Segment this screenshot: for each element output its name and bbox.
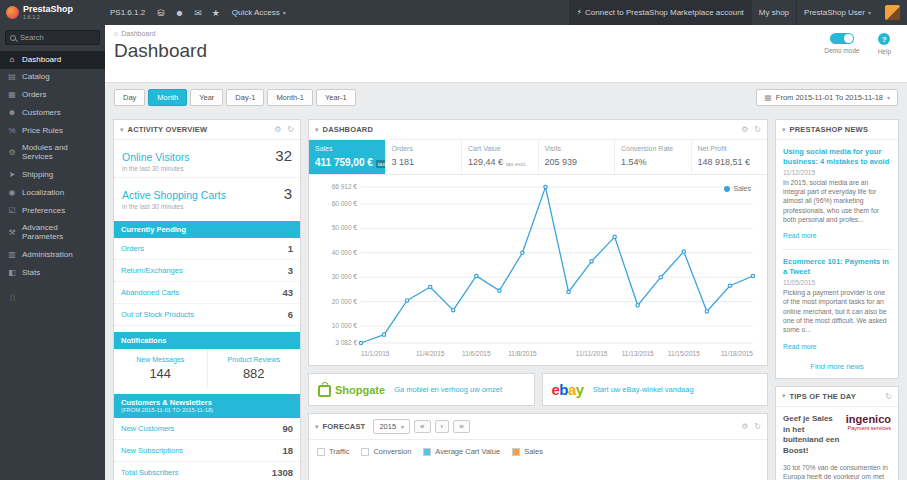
sidebar-item-label: Catalog — [22, 73, 50, 82]
forecast-legend-traffic[interactable]: Traffic — [317, 447, 349, 456]
sidebar-item-dashboard[interactable]: ⌂Dashboard — [0, 51, 105, 69]
sidebar-item-administration[interactable]: ▥Administration — [0, 247, 105, 265]
filter-day-button[interactable]: Day — [114, 89, 145, 106]
sidebar-item-advanced-parameters[interactable]: ⚒Advanced Parameters — [0, 220, 105, 247]
stats-icon: ◧ — [7, 269, 17, 278]
marketplace-link[interactable]: ⚡ Connect to PrestaShop Marketplace acco… — [569, 0, 750, 25]
sidebar-item-label: Modules and Services — [22, 144, 98, 162]
find-more-news-link[interactable]: Find more news — [783, 362, 891, 371]
filter-year-1-button[interactable]: Year-1 — [316, 89, 356, 106]
article-title[interactable]: Using social media for your business: 4 … — [783, 147, 891, 167]
sidebar-item-price-rules[interactable]: %Price Rules — [0, 122, 105, 140]
filter-month-button[interactable]: Month — [148, 89, 187, 106]
date-range-picker[interactable]: ▦ From 2015-11-01 To 2015-11-18 ▾ — [756, 89, 898, 106]
percent-icon: % — [7, 127, 17, 136]
customers-row-total-subscribers[interactable]: Total Subscribers1308 — [114, 462, 300, 480]
kpi-conversion-rate[interactable]: Conversion Rate 1.54% — [615, 140, 692, 174]
orders-icon: ▦ — [7, 91, 17, 100]
forecast-next-button[interactable]: » — [453, 420, 469, 433]
new-messages-stat[interactable]: New Messages 144 — [114, 349, 207, 388]
prestashop-logo[interactable]: PrestaShop 1.6.1.2 — [0, 0, 103, 25]
forecast-legend-average-cart-value[interactable]: Average Cart Value — [423, 447, 500, 456]
sidebar-item-localization[interactable]: ◉Localization — [0, 184, 105, 202]
caret-down-icon: ▾ — [782, 126, 786, 134]
avatar[interactable] — [885, 5, 900, 20]
pending-row-returns[interactable]: Return/Exchanges3 — [114, 260, 300, 282]
filter-month-1-button[interactable]: Month-1 — [267, 89, 313, 106]
metric-value: 3 — [284, 185, 292, 202]
forecast-prev-button[interactable]: ‹ — [435, 420, 450, 433]
my-shop-link[interactable]: My shop — [752, 0, 796, 25]
refresh-icon[interactable]: ↻ — [287, 125, 294, 134]
checkbox[interactable] — [361, 448, 369, 456]
legend-label: Traffic — [329, 447, 349, 456]
forecast-year-select[interactable]: 2015 ▾ — [373, 419, 410, 434]
sidebar-search[interactable] — [5, 30, 100, 45]
collapse-menu-icon[interactable]: || — [0, 282, 105, 311]
ebay-link[interactable]: Start uw eBay-winkel vandaag — [593, 385, 694, 394]
filter-day-1-button[interactable]: Day-1 — [226, 89, 264, 106]
kpi-visits[interactable]: Visits 205 939 — [539, 140, 616, 174]
kpi-sales[interactable]: Sales 411 759,00 €tax excl. — [309, 140, 386, 174]
shopgate-module-panel[interactable]: Shopgate Ga mobiel en verhoog uw omzet — [308, 373, 535, 406]
breadcrumb[interactable]: ⌂ Dashboard — [114, 30, 155, 37]
read-more-link[interactable]: Read more — [783, 232, 817, 239]
forecast-legend: Traffic Conversion Average Cart Value Sa… — [309, 440, 767, 463]
sidebar-item-shipping[interactable]: ➤Shipping — [0, 167, 105, 185]
sidebar-item-orders[interactable]: ▦Orders — [0, 87, 105, 105]
shopgate-link[interactable]: Ga mobiel en verhoog uw omzet — [394, 385, 502, 394]
read-more-link[interactable]: Read more — [783, 343, 817, 350]
kpi-row: Sales 411 759,00 €tax excl. Orders 3 181… — [309, 140, 767, 175]
online-visitors-metric[interactable]: Online Visitors 32 in the last 30 minute… — [114, 140, 300, 177]
cart-icon[interactable]: ⛁ — [152, 8, 170, 18]
search-input[interactable] — [20, 33, 92, 42]
checkbox[interactable] — [317, 448, 325, 456]
active-carts-metric[interactable]: Active Shopping Carts 3 in the last 30 m… — [114, 177, 300, 215]
panel-title: PRESTASHOP NEWS — [790, 125, 869, 134]
user-icon[interactable]: ☻ — [170, 8, 189, 18]
quick-access-menu[interactable]: Quick Access ▾ — [225, 0, 293, 25]
forecast-first-button[interactable]: « — [414, 420, 430, 433]
sidebar-item-preferences[interactable]: ☑Preferences — [0, 202, 105, 220]
pending-row-abandoned-carts[interactable]: Abandoned Carts43 — [114, 282, 300, 304]
prestashop-logo-icon — [6, 6, 19, 19]
gear-icon[interactable]: ⚙ — [274, 125, 281, 134]
checkbox[interactable] — [423, 448, 431, 456]
sidebar-item-modules[interactable]: ⚙Modules and Services — [0, 140, 105, 167]
sidebar-item-stats[interactable]: ◧Stats — [0, 264, 105, 282]
filter-year-button[interactable]: Year — [190, 89, 223, 106]
checkbox[interactable] — [512, 448, 520, 456]
ebay-module-panel[interactable]: ebay Start uw eBay-winkel vandaag — [542, 373, 769, 406]
article-title[interactable]: Ecommerce 101: Payments in a Tweet — [783, 257, 891, 277]
toggle-switch[interactable] — [830, 33, 854, 44]
product-reviews-stat[interactable]: Product Reviews 882 — [207, 349, 301, 388]
stat-value: 144 — [118, 366, 203, 381]
refresh-icon[interactable]: ↻ — [885, 392, 892, 401]
forecast-legend-conversion[interactable]: Conversion — [361, 447, 411, 456]
tips-body-text: 30 tot 70% van de consumenten in Europa … — [783, 463, 891, 480]
trophy-icon[interactable]: ★ — [207, 8, 225, 18]
pending-row-out-of-stock[interactable]: Out of Stock Products6 — [114, 304, 300, 326]
customers-row-new-subscriptions[interactable]: New Subscriptions18 — [114, 440, 300, 462]
kpi-net-profit[interactable]: Net Profit 148 918,51 € — [692, 140, 768, 174]
pending-row-orders[interactable]: Orders1 — [114, 238, 300, 260]
sidebar-item-label: Administration — [22, 251, 73, 260]
help-button[interactable]: ? Help — [878, 33, 891, 55]
sidebar-item-label: Stats — [22, 269, 40, 278]
forecast-legend-sales[interactable]: Sales — [512, 447, 543, 456]
chart-legend[interactable]: Sales — [724, 185, 751, 192]
sidebar-item-customers[interactable]: ☻Customers — [0, 104, 105, 122]
customers-row-new-customers[interactable]: New Customers90 — [114, 418, 300, 440]
gear-icon[interactable]: ⚙ — [741, 422, 748, 431]
refresh-icon[interactable]: ↻ — [754, 422, 761, 431]
demo-mode-toggle[interactable]: Demo mode — [824, 33, 859, 55]
gear-icon[interactable]: ⚙ — [741, 125, 748, 134]
row-value: 1 — [288, 243, 293, 254]
ingenico-logo[interactable]: ingenico Payment services — [846, 414, 891, 431]
comment-icon[interactable]: ✉ — [189, 8, 207, 18]
kpi-orders[interactable]: Orders 3 181 — [386, 140, 463, 174]
sidebar-item-catalog[interactable]: ▤Catalog — [0, 69, 105, 87]
refresh-icon[interactable]: ↻ — [754, 125, 761, 134]
kpi-cart-value[interactable]: Cart Value 129,44 €tax excl. — [462, 140, 539, 174]
user-menu[interactable]: PrestaShop User ▾ — [797, 0, 878, 25]
